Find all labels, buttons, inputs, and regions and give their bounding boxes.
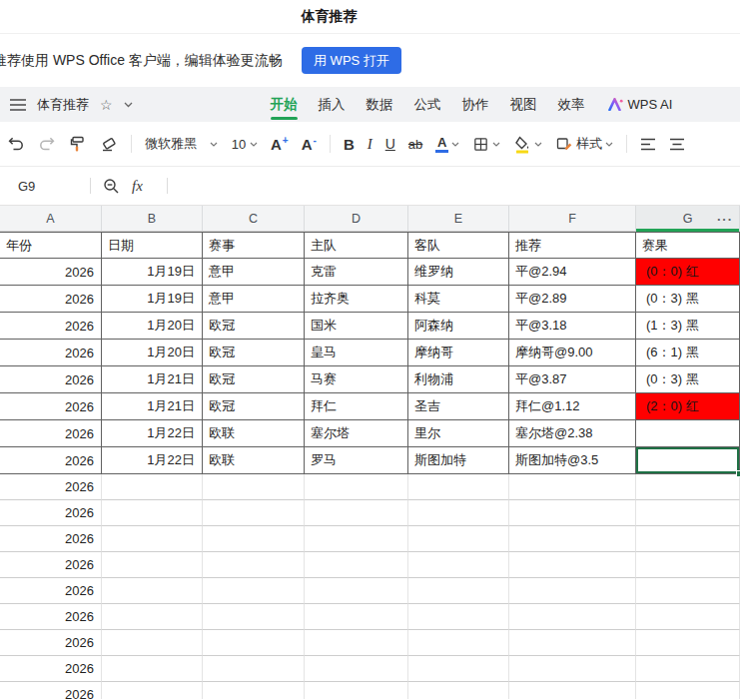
column-header-cell[interactable]: E <box>408 206 509 231</box>
cell[interactable]: (0：3) 黑 <box>636 366 740 393</box>
cell[interactable]: 2026 <box>0 682 102 699</box>
cell[interactable]: 欧冠 <box>203 393 305 420</box>
cell[interactable]: 2026 <box>0 313 102 340</box>
cell[interactable]: 2026 <box>0 604 102 630</box>
undo-icon[interactable] <box>7 136 25 152</box>
cell[interactable] <box>102 526 203 552</box>
cell[interactable] <box>636 604 740 630</box>
cell[interactable] <box>636 630 740 656</box>
cell[interactable] <box>305 500 408 526</box>
cell[interactable] <box>509 500 636 526</box>
cell[interactable] <box>203 656 305 682</box>
cell[interactable] <box>408 630 509 656</box>
cell[interactable] <box>636 682 740 699</box>
cell[interactable]: 2026 <box>0 656 102 682</box>
italic-icon[interactable]: I <box>368 136 372 153</box>
cell[interactable]: 马赛 <box>305 366 408 393</box>
cell[interactable]: 2026 <box>0 500 102 526</box>
cell[interactable] <box>102 500 203 526</box>
borders-icon[interactable] <box>472 136 500 153</box>
cell[interactable] <box>203 604 305 630</box>
redo-icon[interactable] <box>38 136 56 152</box>
wps-ai-entry[interactable]: WPS AI <box>608 97 673 112</box>
cell[interactable] <box>305 474 408 500</box>
cell[interactable]: (2：0) 红 <box>636 393 740 420</box>
cell[interactable] <box>509 604 636 630</box>
cell[interactable]: 2026 <box>0 447 102 474</box>
format-painter-icon[interactable] <box>69 135 87 153</box>
cell[interactable]: 罗马 <box>305 447 408 474</box>
cell[interactable]: 摩纳哥 <box>408 340 509 366</box>
cell[interactable]: (0：0) 红 <box>636 259 740 286</box>
cell[interactable]: 拉齐奥 <box>305 286 408 313</box>
table-header-cell[interactable]: 赛事 <box>203 232 305 259</box>
fill-handle[interactable] <box>736 470 740 477</box>
bold-icon[interactable]: B <box>344 136 355 153</box>
align-left-icon[interactable] <box>640 138 656 151</box>
cell[interactable] <box>636 420 740 447</box>
cell[interactable] <box>203 526 305 552</box>
cell[interactable] <box>509 682 636 699</box>
cell[interactable]: 欧联 <box>203 420 305 447</box>
cell[interactable] <box>102 604 203 630</box>
cell[interactable] <box>408 552 509 578</box>
ribbon-tab[interactable]: 协作 <box>462 88 489 122</box>
increase-font-icon[interactable]: A+ <box>271 136 289 153</box>
cell[interactable] <box>636 552 740 578</box>
clear-format-icon[interactable] <box>100 136 118 152</box>
cell[interactable]: 阿森纳 <box>408 313 509 340</box>
cell[interactable]: 意甲 <box>203 259 305 286</box>
cell[interactable]: 斯图加特 <box>408 447 509 474</box>
ribbon-tab[interactable]: 插入 <box>319 88 346 122</box>
cell[interactable]: 2026 <box>0 526 102 552</box>
cell[interactable]: 科莫 <box>408 286 509 313</box>
cell[interactable] <box>636 500 740 526</box>
cell[interactable]: 2026 <box>0 630 102 656</box>
table-header-cell[interactable]: 赛果 <box>636 232 740 259</box>
decrease-font-icon[interactable]: A- <box>302 136 317 153</box>
cell[interactable]: 2026 <box>0 286 102 313</box>
cell[interactable] <box>305 682 408 699</box>
cell[interactable] <box>408 526 509 552</box>
selected-cell[interactable] <box>636 447 740 474</box>
open-in-wps-button[interactable]: 用 WPS 打开 <box>302 47 401 74</box>
cell[interactable] <box>408 578 509 604</box>
cell[interactable] <box>305 656 408 682</box>
cell[interactable]: 欧冠 <box>203 366 305 393</box>
cell[interactable]: 拜仁 <box>305 393 408 420</box>
cell[interactable] <box>102 656 203 682</box>
cell[interactable]: 里尔 <box>408 420 509 447</box>
cell[interactable]: 摩纳哥@9.00 <box>509 340 636 366</box>
cell[interactable] <box>509 526 636 552</box>
cell[interactable] <box>636 474 740 500</box>
cell[interactable]: 2026 <box>0 474 102 500</box>
cell[interactable] <box>305 552 408 578</box>
column-header-cell[interactable]: A <box>0 206 102 231</box>
cell[interactable] <box>509 656 636 682</box>
cell[interactable] <box>509 552 636 578</box>
align-center-icon[interactable] <box>669 138 685 151</box>
cell[interactable] <box>305 630 408 656</box>
strikethrough-icon[interactable]: ab <box>408 137 422 152</box>
cell[interactable]: 皇马 <box>305 340 408 366</box>
ribbon-tab[interactable]: 开始 <box>271 88 298 122</box>
cell[interactable]: 国米 <box>305 313 408 340</box>
cell[interactable]: 克雷 <box>305 259 408 286</box>
name-box[interactable]: G9 <box>18 179 78 194</box>
cell[interactable] <box>102 682 203 699</box>
cell[interactable] <box>203 630 305 656</box>
star-icon[interactable]: ☆ <box>100 98 113 112</box>
cell[interactable] <box>102 474 203 500</box>
cell-style-icon[interactable]: 样式 <box>555 135 613 153</box>
cell[interactable]: 1月21日 <box>102 366 203 393</box>
underline-icon[interactable]: U <box>385 136 395 152</box>
cell[interactable] <box>102 552 203 578</box>
ribbon-tab[interactable]: 视图 <box>510 88 537 122</box>
cell[interactable]: 2026 <box>0 340 102 366</box>
cell[interactable] <box>203 578 305 604</box>
font-name-select[interactable]: 微软雅黑 <box>145 135 218 153</box>
cell[interactable] <box>408 656 509 682</box>
cell[interactable]: 2026 <box>0 259 102 286</box>
cell[interactable] <box>636 578 740 604</box>
font-color-icon[interactable]: A <box>435 136 459 153</box>
